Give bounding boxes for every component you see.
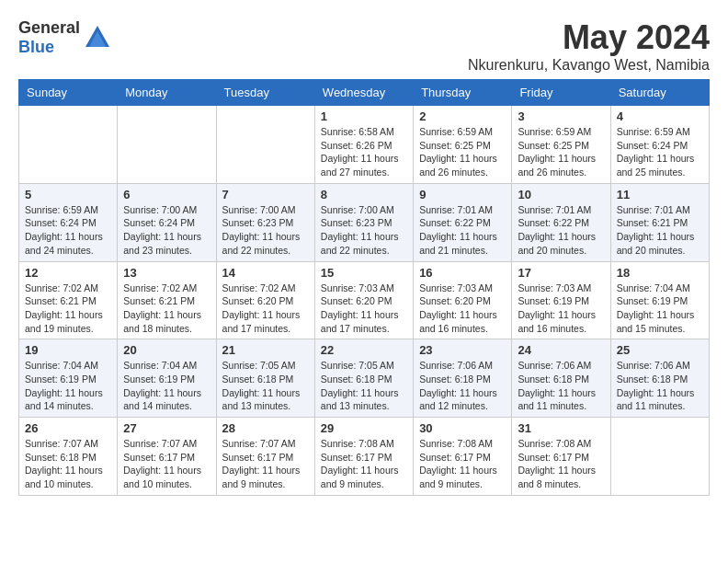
calendar-cell: 5Sunrise: 6:59 AM Sunset: 6:24 PM Daylig… (19, 183, 118, 261)
calendar-cell: 20Sunrise: 7:04 AM Sunset: 6:19 PM Dayli… (118, 339, 216, 418)
day-number: 25 (617, 343, 703, 357)
weekday-header: Wednesday (314, 80, 413, 106)
logo: General Blue (18, 18, 111, 57)
day-info: Sunrise: 7:05 AM Sunset: 6:18 PM Dayligh… (321, 359, 407, 413)
day-info: Sunrise: 7:01 AM Sunset: 6:21 PM Dayligh… (617, 203, 703, 258)
day-number: 5 (25, 188, 111, 201)
day-info: Sunrise: 6:59 AM Sunset: 6:24 PM Dayligh… (25, 203, 111, 258)
calendar-cell: 15Sunrise: 7:03 AM Sunset: 6:20 PM Dayli… (314, 261, 413, 339)
day-info: Sunrise: 7:00 AM Sunset: 6:23 PM Dayligh… (321, 203, 407, 258)
calendar-week-row: 5Sunrise: 6:59 AM Sunset: 6:24 PM Daylig… (19, 183, 710, 261)
calendar-cell: 9Sunrise: 7:01 AM Sunset: 6:22 PM Daylig… (414, 183, 512, 261)
day-number: 6 (123, 188, 210, 201)
day-info: Sunrise: 7:08 AM Sunset: 6:17 PM Dayligh… (518, 437, 604, 491)
calendar-cell: 14Sunrise: 7:02 AM Sunset: 6:20 PM Dayli… (216, 261, 314, 339)
day-info: Sunrise: 7:08 AM Sunset: 6:17 PM Dayligh… (419, 437, 506, 491)
day-number: 20 (123, 343, 210, 357)
day-number: 30 (419, 421, 506, 435)
calendar-cell: 31Sunrise: 7:08 AM Sunset: 6:17 PM Dayli… (512, 418, 610, 496)
logo-blue: Blue (18, 38, 54, 56)
calendar-cell (19, 106, 118, 184)
calendar-cell: 2Sunrise: 6:59 AM Sunset: 6:25 PM Daylig… (414, 106, 512, 184)
calendar-table: SundayMondayTuesdayWednesdayThursdayFrid… (18, 79, 710, 496)
day-number: 1 (321, 109, 407, 123)
calendar-cell: 26Sunrise: 7:07 AM Sunset: 6:18 PM Dayli… (19, 418, 118, 496)
calendar-cell: 25Sunrise: 7:06 AM Sunset: 6:18 PM Dayli… (610, 339, 709, 418)
weekday-header: Monday (118, 80, 216, 106)
title-block: May 2024 Nkurenkuru, Kavango West, Namib… (468, 18, 710, 74)
logo-icon (84, 24, 111, 52)
day-info: Sunrise: 7:00 AM Sunset: 6:24 PM Dayligh… (123, 203, 210, 258)
calendar-week-row: 26Sunrise: 7:07 AM Sunset: 6:18 PM Dayli… (19, 418, 710, 496)
calendar-cell: 28Sunrise: 7:07 AM Sunset: 6:17 PM Dayli… (216, 418, 314, 496)
day-number: 24 (518, 343, 604, 357)
page-header: General Blue May 2024 Nkurenkuru, Kavang… (18, 18, 710, 74)
day-info: Sunrise: 7:04 AM Sunset: 6:19 PM Dayligh… (25, 359, 111, 413)
day-number: 18 (617, 266, 703, 280)
day-info: Sunrise: 6:59 AM Sunset: 6:25 PM Dayligh… (419, 125, 506, 179)
calendar-cell: 1Sunrise: 6:58 AM Sunset: 6:26 PM Daylig… (314, 106, 413, 184)
calendar-cell: 11Sunrise: 7:01 AM Sunset: 6:21 PM Dayli… (610, 183, 709, 261)
calendar-week-row: 1Sunrise: 6:58 AM Sunset: 6:26 PM Daylig… (19, 106, 710, 184)
weekday-header: Sunday (19, 80, 118, 106)
day-number: 21 (222, 343, 309, 357)
calendar-week-row: 12Sunrise: 7:02 AM Sunset: 6:21 PM Dayli… (19, 261, 710, 339)
month-title: May 2024 (468, 18, 710, 57)
weekday-header: Saturday (610, 80, 709, 106)
calendar-week-row: 19Sunrise: 7:04 AM Sunset: 6:19 PM Dayli… (19, 339, 710, 418)
calendar-cell: 4Sunrise: 6:59 AM Sunset: 6:24 PM Daylig… (610, 106, 709, 184)
day-number: 4 (617, 109, 703, 123)
weekday-header: Thursday (414, 80, 512, 106)
calendar-cell: 27Sunrise: 7:07 AM Sunset: 6:17 PM Dayli… (118, 418, 216, 496)
day-number: 29 (321, 421, 407, 435)
day-number: 22 (321, 343, 407, 357)
day-number: 14 (222, 266, 309, 280)
day-number: 19 (25, 343, 111, 357)
day-info: Sunrise: 7:02 AM Sunset: 6:21 PM Dayligh… (123, 282, 210, 336)
day-info: Sunrise: 7:02 AM Sunset: 6:21 PM Dayligh… (25, 282, 111, 336)
calendar-cell: 7Sunrise: 7:00 AM Sunset: 6:23 PM Daylig… (216, 183, 314, 261)
calendar-cell: 17Sunrise: 7:03 AM Sunset: 6:19 PM Dayli… (512, 261, 610, 339)
day-info: Sunrise: 7:06 AM Sunset: 6:18 PM Dayligh… (617, 359, 703, 413)
calendar-cell: 22Sunrise: 7:05 AM Sunset: 6:18 PM Dayli… (314, 339, 413, 418)
calendar-cell: 23Sunrise: 7:06 AM Sunset: 6:18 PM Dayli… (414, 339, 512, 418)
calendar-cell: 19Sunrise: 7:04 AM Sunset: 6:19 PM Dayli… (19, 339, 118, 418)
calendar-cell: 21Sunrise: 7:05 AM Sunset: 6:18 PM Dayli… (216, 339, 314, 418)
day-number: 8 (321, 188, 407, 201)
day-number: 11 (617, 188, 703, 201)
day-number: 7 (222, 188, 309, 201)
day-info: Sunrise: 7:07 AM Sunset: 6:18 PM Dayligh… (25, 437, 111, 491)
day-info: Sunrise: 6:59 AM Sunset: 6:24 PM Dayligh… (617, 125, 703, 179)
day-number: 28 (222, 421, 309, 435)
calendar-header-row: SundayMondayTuesdayWednesdayThursdayFrid… (19, 80, 710, 106)
day-info: Sunrise: 7:02 AM Sunset: 6:20 PM Dayligh… (222, 282, 309, 336)
calendar-cell: 16Sunrise: 7:03 AM Sunset: 6:20 PM Dayli… (414, 261, 512, 339)
day-number: 13 (123, 266, 210, 280)
day-info: Sunrise: 7:08 AM Sunset: 6:17 PM Dayligh… (321, 437, 407, 491)
day-number: 31 (518, 421, 604, 435)
day-info: Sunrise: 7:03 AM Sunset: 6:19 PM Dayligh… (518, 282, 604, 336)
weekday-header: Tuesday (216, 80, 314, 106)
day-number: 17 (518, 266, 604, 280)
day-info: Sunrise: 6:58 AM Sunset: 6:26 PM Dayligh… (321, 125, 407, 179)
day-info: Sunrise: 7:06 AM Sunset: 6:18 PM Dayligh… (518, 359, 604, 413)
day-number: 10 (518, 188, 604, 201)
weekday-header: Friday (512, 80, 610, 106)
day-info: Sunrise: 7:00 AM Sunset: 6:23 PM Dayligh… (222, 203, 309, 258)
day-info: Sunrise: 7:07 AM Sunset: 6:17 PM Dayligh… (123, 437, 210, 491)
calendar-cell: 6Sunrise: 7:00 AM Sunset: 6:24 PM Daylig… (118, 183, 216, 261)
day-info: Sunrise: 7:06 AM Sunset: 6:18 PM Dayligh… (419, 359, 506, 413)
calendar-cell (118, 106, 216, 184)
day-info: Sunrise: 7:03 AM Sunset: 6:20 PM Dayligh… (419, 282, 506, 336)
day-info: Sunrise: 6:59 AM Sunset: 6:25 PM Dayligh… (518, 125, 604, 179)
day-info: Sunrise: 7:03 AM Sunset: 6:20 PM Dayligh… (321, 282, 407, 336)
location-title: Nkurenkuru, Kavango West, Namibia (468, 57, 710, 74)
day-info: Sunrise: 7:05 AM Sunset: 6:18 PM Dayligh… (222, 359, 309, 413)
calendar-cell: 3Sunrise: 6:59 AM Sunset: 6:25 PM Daylig… (512, 106, 610, 184)
calendar-cell: 29Sunrise: 7:08 AM Sunset: 6:17 PM Dayli… (314, 418, 413, 496)
day-number: 27 (123, 421, 210, 435)
calendar-cell: 8Sunrise: 7:00 AM Sunset: 6:23 PM Daylig… (314, 183, 413, 261)
calendar-cell: 30Sunrise: 7:08 AM Sunset: 6:17 PM Dayli… (414, 418, 512, 496)
calendar-cell: 10Sunrise: 7:01 AM Sunset: 6:22 PM Dayli… (512, 183, 610, 261)
logo-general: General (18, 18, 80, 37)
